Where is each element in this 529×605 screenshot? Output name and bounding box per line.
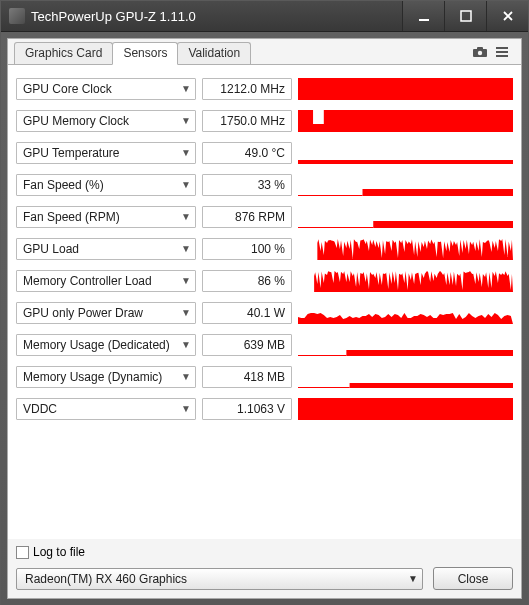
svg-rect-7 [496, 55, 508, 57]
sensor-label-text: GPU Core Clock [23, 82, 112, 96]
minimize-button[interactable] [402, 1, 444, 31]
gpu-select-value: Radeon(TM) RX 460 Graphics [25, 572, 187, 586]
window-buttons [402, 1, 528, 31]
main-panel: Graphics Card Sensors Validation GPU Cor… [7, 38, 522, 599]
close-window-button[interactable] [486, 1, 528, 31]
svg-rect-6 [496, 51, 508, 53]
chevron-down-icon: ▼ [181, 83, 191, 94]
svg-rect-9 [298, 110, 513, 132]
sensor-row: Memory Usage (Dynamic) ▼ 418 MB [16, 363, 513, 390]
sensor-value: 418 MB [202, 366, 292, 388]
log-to-file-row: Log to file [16, 545, 513, 559]
chevron-down-icon: ▼ [181, 275, 191, 286]
chevron-down-icon: ▼ [181, 179, 191, 190]
svg-rect-15 [298, 227, 373, 228]
sensor-value: 40.1 W [202, 302, 292, 324]
svg-rect-18 [298, 387, 350, 388]
close-button-label: Close [458, 572, 489, 586]
svg-rect-11 [298, 160, 513, 164]
sensor-value: 100 % [202, 238, 292, 260]
menu-icon[interactable] [493, 43, 511, 61]
footer-row: Radeon(TM) RX 460 Graphics ▼ Close [16, 567, 513, 590]
sensor-graph [298, 110, 513, 132]
sensor-label-dropdown[interactable]: GPU Core Clock ▼ [16, 78, 196, 100]
chevron-down-icon: ▼ [181, 243, 191, 254]
sensor-label-dropdown[interactable]: GPU Load ▼ [16, 238, 196, 260]
window-frame: Graphics Card Sensors Validation GPU Cor… [1, 32, 528, 605]
sensor-label-dropdown[interactable]: VDDC ▼ [16, 398, 196, 420]
sensor-label-dropdown[interactable]: GPU Memory Clock ▼ [16, 110, 196, 132]
tab-validation[interactable]: Validation [177, 42, 251, 64]
sensor-graph [298, 238, 513, 260]
tab-graphics-card[interactable]: Graphics Card [14, 42, 113, 64]
sensor-value: 86 % [202, 270, 292, 292]
sensor-label-text: Memory Controller Load [23, 274, 152, 288]
svg-rect-8 [298, 78, 513, 100]
sensor-label-text: GPU only Power Draw [23, 306, 143, 320]
sensor-row: GPU Temperature ▼ 49.0 °C [16, 139, 513, 166]
sensors-content: GPU Core Clock ▼ 1212.0 MHz GPU Memory C… [8, 65, 521, 539]
sensor-label-dropdown[interactable]: Fan Speed (RPM) ▼ [16, 206, 196, 228]
svg-rect-1 [461, 11, 471, 21]
svg-rect-3 [477, 47, 483, 50]
titlebar: TechPowerUp GPU-Z 1.11.0 [1, 1, 528, 32]
sensor-graph [298, 142, 513, 164]
sensor-graph [298, 334, 513, 356]
maximize-button[interactable] [444, 1, 486, 31]
sensor-label-text: GPU Memory Clock [23, 114, 129, 128]
log-to-file-label: Log to file [33, 545, 85, 559]
chevron-down-icon: ▼ [181, 147, 191, 158]
sensor-label-text: GPU Load [23, 242, 79, 256]
sensor-graph [298, 206, 513, 228]
sensor-row: VDDC ▼ 1.1063 V [16, 395, 513, 422]
sensor-value: 33 % [202, 174, 292, 196]
svg-rect-19 [350, 383, 513, 388]
window-title: TechPowerUp GPU-Z 1.11.0 [31, 9, 402, 24]
bottom-bar: Log to file Radeon(TM) RX 460 Graphics ▼… [8, 539, 521, 598]
sensor-label-text: VDDC [23, 402, 57, 416]
sensor-value: 49.0 °C [202, 142, 292, 164]
svg-rect-10 [313, 110, 324, 124]
sensor-label-dropdown[interactable]: GPU Temperature ▼ [16, 142, 196, 164]
svg-point-4 [478, 51, 482, 55]
sensor-label-dropdown[interactable]: Memory Usage (Dynamic) ▼ [16, 366, 196, 388]
chevron-down-icon: ▼ [408, 573, 418, 584]
sensor-row: GPU Memory Clock ▼ 1750.0 MHz [16, 107, 513, 134]
sensor-label-dropdown[interactable]: Memory Controller Load ▼ [16, 270, 196, 292]
app-icon [9, 8, 25, 24]
sensor-label-dropdown[interactable]: GPU only Power Draw ▼ [16, 302, 196, 324]
svg-rect-14 [373, 221, 513, 228]
sensor-graph [298, 398, 513, 420]
camera-icon[interactable] [471, 43, 489, 61]
sensor-value: 639 MB [202, 334, 292, 356]
sensor-row: Fan Speed (%) ▼ 33 % [16, 171, 513, 198]
tab-bar: Graphics Card Sensors Validation [8, 39, 521, 65]
sensor-label-dropdown[interactable]: Memory Usage (Dedicated) ▼ [16, 334, 196, 356]
sensor-row: GPU only Power Draw ▼ 40.1 W [16, 299, 513, 326]
sensor-label-dropdown[interactable]: Fan Speed (%) ▼ [16, 174, 196, 196]
sensor-graph [298, 78, 513, 100]
sensor-row: GPU Load ▼ 100 % [16, 235, 513, 262]
log-to-file-checkbox[interactable] [16, 546, 29, 559]
sensor-label-text: Fan Speed (%) [23, 178, 104, 192]
sensor-label-text: Memory Usage (Dedicated) [23, 338, 170, 352]
svg-rect-13 [298, 195, 363, 196]
svg-rect-5 [496, 47, 508, 49]
sensor-graph [298, 174, 513, 196]
chevron-down-icon: ▼ [181, 339, 191, 350]
sensor-row: Fan Speed (RPM) ▼ 876 RPM [16, 203, 513, 230]
sensor-label-text: GPU Temperature [23, 146, 120, 160]
close-button[interactable]: Close [433, 567, 513, 590]
sensor-label-text: Memory Usage (Dynamic) [23, 370, 162, 384]
sensor-value: 1212.0 MHz [202, 78, 292, 100]
chevron-down-icon: ▼ [181, 371, 191, 382]
svg-rect-12 [363, 189, 514, 196]
sensor-graph [298, 302, 513, 324]
chevron-down-icon: ▼ [181, 115, 191, 126]
chevron-down-icon: ▼ [181, 403, 191, 414]
tab-sensors[interactable]: Sensors [112, 42, 178, 65]
chevron-down-icon: ▼ [181, 211, 191, 222]
sensor-graph [298, 366, 513, 388]
gpu-select-dropdown[interactable]: Radeon(TM) RX 460 Graphics ▼ [16, 568, 423, 590]
sensor-value: 876 RPM [202, 206, 292, 228]
